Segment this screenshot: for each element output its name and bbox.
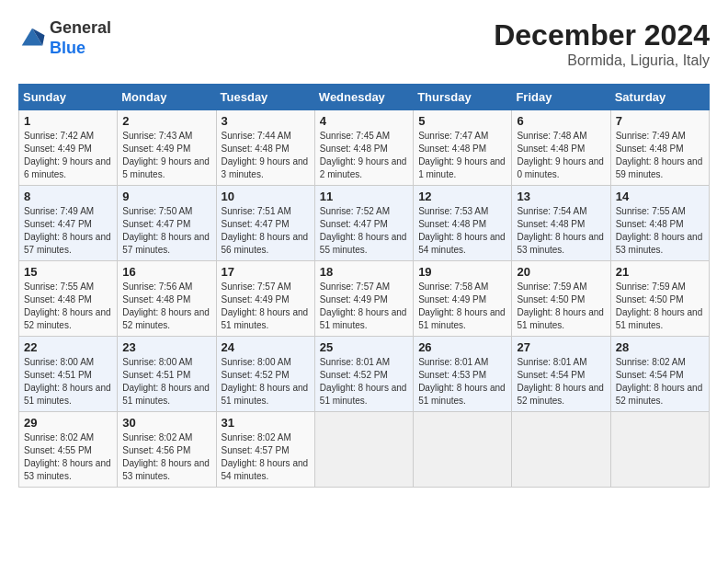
day-info: Sunrise: 7:47 AM Sunset: 4:48 PM Dayligh… bbox=[418, 130, 506, 181]
day-info: Sunrise: 7:50 AM Sunset: 4:47 PM Dayligh… bbox=[122, 205, 210, 257]
logo-text: General Blue bbox=[50, 18, 111, 58]
logo-icon bbox=[18, 25, 46, 52]
day-info: Sunrise: 7:55 AM Sunset: 4:48 PM Dayligh… bbox=[24, 281, 112, 332]
day-number: 1 bbox=[24, 114, 112, 128]
day-info: Sunrise: 7:43 AM Sunset: 4:49 PM Dayligh… bbox=[122, 130, 210, 181]
day-info: Sunrise: 8:02 AM Sunset: 4:54 PM Dayligh… bbox=[616, 356, 704, 408]
calendar-cell: 15 Sunrise: 7:55 AM Sunset: 4:48 PM Dayl… bbox=[19, 261, 118, 337]
calendar-cell: 20 Sunrise: 7:59 AM Sunset: 4:50 PM Dayl… bbox=[512, 261, 610, 337]
calendar-cell: 17 Sunrise: 7:57 AM Sunset: 4:49 PM Dayl… bbox=[216, 261, 314, 337]
day-number: 15 bbox=[24, 265, 112, 279]
day-number: 22 bbox=[24, 340, 112, 354]
calendar-cell: 24 Sunrise: 8:00 AM Sunset: 4:52 PM Dayl… bbox=[216, 337, 314, 412]
day-number: 16 bbox=[122, 265, 210, 279]
day-number: 7 bbox=[616, 114, 704, 128]
day-info: Sunrise: 8:01 AM Sunset: 4:53 PM Dayligh… bbox=[418, 356, 506, 408]
calendar-cell: 22 Sunrise: 8:00 AM Sunset: 4:51 PM Dayl… bbox=[19, 337, 118, 412]
calendar-cell: 29 Sunrise: 8:02 AM Sunset: 4:55 PM Dayl… bbox=[19, 412, 118, 488]
logo: General Blue bbox=[18, 18, 111, 58]
day-number: 5 bbox=[418, 114, 506, 128]
day-info: Sunrise: 7:59 AM Sunset: 4:50 PM Dayligh… bbox=[517, 281, 605, 332]
day-info: Sunrise: 7:42 AM Sunset: 4:49 PM Dayligh… bbox=[24, 130, 112, 181]
calendar-cell: 10 Sunrise: 7:51 AM Sunset: 4:47 PM Dayl… bbox=[216, 186, 314, 261]
calendar-cell bbox=[512, 412, 610, 488]
day-info: Sunrise: 7:45 AM Sunset: 4:48 PM Dayligh… bbox=[320, 130, 408, 181]
calendar-cell: 19 Sunrise: 7:58 AM Sunset: 4:49 PM Dayl… bbox=[414, 261, 512, 337]
calendar-subtitle: Bormida, Liguria, Italy bbox=[494, 52, 710, 69]
day-info: Sunrise: 7:49 AM Sunset: 4:47 PM Dayligh… bbox=[24, 205, 112, 257]
calendar-cell: 2 Sunrise: 7:43 AM Sunset: 4:49 PM Dayli… bbox=[118, 110, 216, 186]
day-info: Sunrise: 7:48 AM Sunset: 4:48 PM Dayligh… bbox=[517, 130, 605, 181]
day-number: 30 bbox=[122, 416, 210, 430]
calendar-week-5: 29 Sunrise: 8:02 AM Sunset: 4:55 PM Dayl… bbox=[19, 412, 710, 488]
day-number: 12 bbox=[418, 190, 506, 203]
day-info: Sunrise: 8:00 AM Sunset: 4:51 PM Dayligh… bbox=[122, 356, 210, 408]
day-info: Sunrise: 7:55 AM Sunset: 4:48 PM Dayligh… bbox=[616, 205, 704, 257]
day-info: Sunrise: 7:57 AM Sunset: 4:49 PM Dayligh… bbox=[222, 281, 310, 332]
day-number: 23 bbox=[122, 340, 210, 354]
day-number: 29 bbox=[24, 416, 112, 430]
day-number: 21 bbox=[616, 265, 704, 279]
day-number: 2 bbox=[122, 114, 210, 128]
day-info: Sunrise: 8:01 AM Sunset: 4:54 PM Dayligh… bbox=[517, 356, 605, 408]
day-number: 18 bbox=[320, 265, 408, 279]
day-info: Sunrise: 7:44 AM Sunset: 4:48 PM Dayligh… bbox=[222, 130, 310, 181]
col-sunday: Sunday bbox=[19, 85, 118, 110]
calendar-cell: 4 Sunrise: 7:45 AM Sunset: 4:48 PM Dayli… bbox=[314, 110, 413, 186]
col-friday: Friday bbox=[512, 85, 610, 110]
day-number: 9 bbox=[122, 190, 210, 203]
calendar-week-2: 8 Sunrise: 7:49 AM Sunset: 4:47 PM Dayli… bbox=[19, 186, 710, 261]
day-number: 28 bbox=[616, 340, 704, 354]
calendar-cell: 28 Sunrise: 8:02 AM Sunset: 4:54 PM Dayl… bbox=[610, 337, 709, 412]
calendar-title: December 2024 bbox=[494, 18, 710, 52]
calendar-cell: 14 Sunrise: 7:55 AM Sunset: 4:48 PM Dayl… bbox=[610, 186, 709, 261]
day-info: Sunrise: 7:56 AM Sunset: 4:48 PM Dayligh… bbox=[122, 281, 210, 332]
calendar-cell: 18 Sunrise: 7:57 AM Sunset: 4:49 PM Dayl… bbox=[314, 261, 413, 337]
day-info: Sunrise: 8:00 AM Sunset: 4:51 PM Dayligh… bbox=[24, 356, 112, 408]
day-number: 8 bbox=[24, 190, 112, 203]
col-wednesday: Wednesday bbox=[314, 85, 413, 110]
day-number: 4 bbox=[320, 114, 408, 128]
day-info: Sunrise: 7:54 AM Sunset: 4:48 PM Dayligh… bbox=[517, 205, 605, 257]
calendar-week-4: 22 Sunrise: 8:00 AM Sunset: 4:51 PM Dayl… bbox=[19, 337, 710, 412]
day-number: 10 bbox=[222, 190, 310, 203]
col-tuesday: Tuesday bbox=[216, 85, 314, 110]
calendar-table: Sunday Monday Tuesday Wednesday Thursday… bbox=[18, 84, 710, 488]
day-info: Sunrise: 8:02 AM Sunset: 4:56 PM Dayligh… bbox=[122, 431, 210, 483]
day-number: 17 bbox=[222, 265, 310, 279]
calendar-cell: 6 Sunrise: 7:48 AM Sunset: 4:48 PM Dayli… bbox=[512, 110, 610, 186]
calendar-cell: 12 Sunrise: 7:53 AM Sunset: 4:48 PM Dayl… bbox=[414, 186, 512, 261]
day-info: Sunrise: 7:52 AM Sunset: 4:47 PM Dayligh… bbox=[320, 205, 408, 257]
calendar-week-1: 1 Sunrise: 7:42 AM Sunset: 4:49 PM Dayli… bbox=[19, 110, 710, 186]
day-number: 19 bbox=[418, 265, 506, 279]
col-saturday: Saturday bbox=[610, 85, 709, 110]
calendar-cell: 26 Sunrise: 8:01 AM Sunset: 4:53 PM Dayl… bbox=[414, 337, 512, 412]
calendar-cell: 1 Sunrise: 7:42 AM Sunset: 4:49 PM Dayli… bbox=[19, 110, 118, 186]
day-info: Sunrise: 7:53 AM Sunset: 4:48 PM Dayligh… bbox=[418, 205, 506, 257]
col-thursday: Thursday bbox=[414, 85, 512, 110]
calendar-cell: 13 Sunrise: 7:54 AM Sunset: 4:48 PM Dayl… bbox=[512, 186, 610, 261]
day-number: 26 bbox=[418, 340, 506, 354]
day-number: 24 bbox=[222, 340, 310, 354]
page-header: General Blue December 2024 Bormida, Ligu… bbox=[18, 18, 710, 69]
day-number: 27 bbox=[517, 340, 605, 354]
day-number: 20 bbox=[517, 265, 605, 279]
day-info: Sunrise: 8:01 AM Sunset: 4:52 PM Dayligh… bbox=[320, 356, 408, 408]
day-info: Sunrise: 7:57 AM Sunset: 4:49 PM Dayligh… bbox=[320, 281, 408, 332]
calendar-cell: 23 Sunrise: 8:00 AM Sunset: 4:51 PM Dayl… bbox=[118, 337, 216, 412]
calendar-cell: 21 Sunrise: 7:59 AM Sunset: 4:50 PM Dayl… bbox=[610, 261, 709, 337]
calendar-cell: 9 Sunrise: 7:50 AM Sunset: 4:47 PM Dayli… bbox=[118, 186, 216, 261]
day-number: 25 bbox=[320, 340, 408, 354]
col-monday: Monday bbox=[118, 85, 216, 110]
day-info: Sunrise: 7:51 AM Sunset: 4:47 PM Dayligh… bbox=[222, 205, 310, 257]
day-info: Sunrise: 7:58 AM Sunset: 4:49 PM Dayligh… bbox=[418, 281, 506, 332]
calendar-cell: 16 Sunrise: 7:56 AM Sunset: 4:48 PM Dayl… bbox=[118, 261, 216, 337]
day-info: Sunrise: 8:02 AM Sunset: 4:55 PM Dayligh… bbox=[24, 431, 112, 483]
day-info: Sunrise: 7:49 AM Sunset: 4:48 PM Dayligh… bbox=[616, 130, 704, 181]
calendar-cell: 7 Sunrise: 7:49 AM Sunset: 4:48 PM Dayli… bbox=[610, 110, 709, 186]
calendar-cell: 3 Sunrise: 7:44 AM Sunset: 4:48 PM Dayli… bbox=[216, 110, 314, 186]
calendar-cell: 25 Sunrise: 8:01 AM Sunset: 4:52 PM Dayl… bbox=[314, 337, 413, 412]
day-number: 13 bbox=[517, 190, 605, 203]
calendar-cell: 31 Sunrise: 8:02 AM Sunset: 4:57 PM Dayl… bbox=[216, 412, 314, 488]
day-info: Sunrise: 7:59 AM Sunset: 4:50 PM Dayligh… bbox=[616, 281, 704, 332]
